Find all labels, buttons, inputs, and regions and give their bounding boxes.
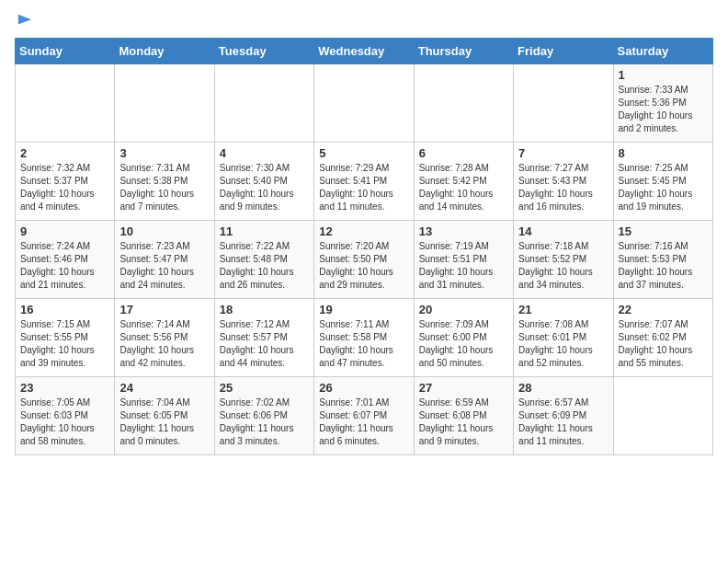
day-info: Sunrise: 7:27 AM Sunset: 5:43 PM Dayligh… (518, 162, 608, 213)
calendar-cell: 5Sunrise: 7:29 AM Sunset: 5:41 PM Daylig… (314, 142, 414, 220)
calendar-cell: 20Sunrise: 7:09 AM Sunset: 6:00 PM Dayli… (414, 298, 513, 376)
logo (15, 15, 33, 34)
day-header-friday: Friday (514, 38, 613, 63)
day-header-wednesday: Wednesday (314, 38, 414, 63)
day-info: Sunrise: 7:30 AM Sunset: 5:40 PM Dayligh… (220, 162, 309, 213)
calendar-cell: 3Sunrise: 7:31 AM Sunset: 5:38 PM Daylig… (115, 142, 214, 220)
day-number: 22 (619, 303, 708, 316)
calendar-cell: 15Sunrise: 7:16 AM Sunset: 5:53 PM Dayli… (613, 220, 712, 298)
day-info: Sunrise: 7:09 AM Sunset: 6:00 PM Dayligh… (419, 318, 508, 370)
day-info: Sunrise: 7:18 AM Sunset: 5:52 PM Dayligh… (518, 240, 608, 292)
week-row: 16Sunrise: 7:15 AM Sunset: 5:55 PM Dayli… (16, 298, 713, 376)
day-number: 26 (319, 381, 408, 395)
day-number: 12 (319, 224, 408, 238)
day-info: Sunrise: 7:12 AM Sunset: 5:57 PM Dayligh… (220, 318, 309, 370)
calendar-cell: 24Sunrise: 7:04 AM Sunset: 6:05 PM Dayli… (115, 376, 214, 454)
svg-marker-0 (18, 15, 31, 25)
calendar-cell: 14Sunrise: 7:18 AM Sunset: 5:52 PM Dayli… (514, 220, 613, 298)
calendar-cell: 13Sunrise: 7:19 AM Sunset: 5:51 PM Dayli… (414, 220, 513, 298)
calendar-cell (115, 63, 214, 142)
calendar-cell: 17Sunrise: 7:14 AM Sunset: 5:56 PM Dayli… (115, 298, 214, 376)
day-info: Sunrise: 7:31 AM Sunset: 5:38 PM Dayligh… (119, 162, 209, 213)
day-number: 16 (20, 303, 109, 316)
calendar-cell: 6Sunrise: 7:28 AM Sunset: 5:42 PM Daylig… (414, 142, 513, 220)
day-number: 2 (20, 146, 109, 160)
calendar-cell: 11Sunrise: 7:22 AM Sunset: 5:48 PM Dayli… (214, 220, 313, 298)
calendar-cell: 22Sunrise: 7:07 AM Sunset: 6:02 PM Dayli… (613, 298, 712, 376)
day-header-saturday: Saturday (613, 38, 712, 63)
day-number: 21 (518, 303, 608, 316)
day-number: 24 (119, 381, 209, 395)
day-number: 27 (419, 381, 508, 395)
calendar-cell: 1Sunrise: 7:33 AM Sunset: 5:36 PM Daylig… (613, 63, 712, 142)
week-row: 1Sunrise: 7:33 AM Sunset: 5:36 PM Daylig… (16, 63, 713, 142)
day-header-monday: Monday (115, 38, 214, 63)
day-number: 9 (20, 224, 109, 238)
calendar-cell (214, 63, 313, 142)
day-info: Sunrise: 7:05 AM Sunset: 6:03 PM Dayligh… (20, 396, 109, 448)
day-number: 15 (619, 224, 708, 238)
week-row: 2Sunrise: 7:32 AM Sunset: 5:37 PM Daylig… (16, 142, 713, 220)
day-number: 11 (220, 224, 309, 238)
calendar-cell: 10Sunrise: 7:23 AM Sunset: 5:47 PM Dayli… (115, 220, 214, 298)
day-info: Sunrise: 7:16 AM Sunset: 5:53 PM Dayligh… (619, 240, 708, 292)
day-info: Sunrise: 7:19 AM Sunset: 5:51 PM Dayligh… (419, 240, 508, 292)
day-info: Sunrise: 7:20 AM Sunset: 5:50 PM Dayligh… (319, 240, 408, 292)
calendar-cell: 2Sunrise: 7:32 AM Sunset: 5:37 PM Daylig… (16, 142, 115, 220)
logo-flag-icon (17, 13, 33, 29)
calendar-cell: 18Sunrise: 7:12 AM Sunset: 5:57 PM Dayli… (214, 298, 313, 376)
day-number: 25 (220, 381, 309, 395)
calendar-cell: 7Sunrise: 7:27 AM Sunset: 5:43 PM Daylig… (514, 142, 613, 220)
day-info: Sunrise: 7:32 AM Sunset: 5:37 PM Dayligh… (20, 162, 109, 213)
day-info: Sunrise: 7:33 AM Sunset: 5:36 PM Dayligh… (619, 84, 708, 135)
calendar-cell (613, 376, 712, 454)
day-number: 3 (119, 146, 209, 160)
calendar-cell (514, 63, 613, 142)
day-number: 20 (419, 303, 508, 316)
calendar-cell: 26Sunrise: 7:01 AM Sunset: 6:07 PM Dayli… (314, 376, 414, 454)
calendar-cell: 12Sunrise: 7:20 AM Sunset: 5:50 PM Dayli… (314, 220, 414, 298)
day-info: Sunrise: 6:59 AM Sunset: 6:08 PM Dayligh… (419, 396, 508, 448)
day-number: 8 (619, 146, 708, 160)
day-number: 10 (119, 224, 209, 238)
day-info: Sunrise: 7:24 AM Sunset: 5:46 PM Dayligh… (20, 240, 109, 292)
week-row: 23Sunrise: 7:05 AM Sunset: 6:03 PM Dayli… (16, 376, 713, 454)
day-info: Sunrise: 7:08 AM Sunset: 6:01 PM Dayligh… (518, 318, 608, 370)
day-info: Sunrise: 7:23 AM Sunset: 5:47 PM Dayligh… (119, 240, 209, 292)
day-number: 5 (319, 146, 408, 160)
week-row: 9Sunrise: 7:24 AM Sunset: 5:46 PM Daylig… (16, 220, 713, 298)
calendar-table: SundayMondayTuesdayWednesdayThursdayFrid… (15, 38, 713, 455)
day-number: 7 (518, 146, 608, 160)
day-number: 4 (220, 146, 309, 160)
day-header-sunday: Sunday (16, 38, 115, 63)
calendar-cell: 25Sunrise: 7:02 AM Sunset: 6:06 PM Dayli… (214, 376, 313, 454)
day-info: Sunrise: 7:14 AM Sunset: 5:56 PM Dayligh… (119, 318, 209, 370)
calendar-cell: 23Sunrise: 7:05 AM Sunset: 6:03 PM Dayli… (16, 376, 115, 454)
day-info: Sunrise: 7:25 AM Sunset: 5:45 PM Dayligh… (619, 162, 708, 213)
day-number: 18 (220, 303, 309, 316)
day-info: Sunrise: 7:28 AM Sunset: 5:42 PM Dayligh… (419, 162, 508, 213)
calendar-cell: 4Sunrise: 7:30 AM Sunset: 5:40 PM Daylig… (214, 142, 313, 220)
calendar-cell: 19Sunrise: 7:11 AM Sunset: 5:58 PM Dayli… (314, 298, 414, 376)
calendar-cell (414, 63, 513, 142)
day-info: Sunrise: 7:02 AM Sunset: 6:06 PM Dayligh… (220, 396, 309, 448)
day-number: 13 (419, 224, 508, 238)
day-number: 17 (119, 303, 209, 316)
calendar-cell (16, 63, 115, 142)
day-header-thursday: Thursday (414, 38, 513, 63)
day-number: 6 (419, 146, 508, 160)
calendar-cell: 21Sunrise: 7:08 AM Sunset: 6:01 PM Dayli… (514, 298, 613, 376)
day-info: Sunrise: 6:57 AM Sunset: 6:09 PM Dayligh… (518, 396, 608, 448)
calendar-cell: 9Sunrise: 7:24 AM Sunset: 5:46 PM Daylig… (16, 220, 115, 298)
day-number: 23 (20, 381, 109, 395)
day-number: 1 (619, 68, 708, 82)
day-info: Sunrise: 7:11 AM Sunset: 5:58 PM Dayligh… (319, 318, 408, 370)
day-info: Sunrise: 7:01 AM Sunset: 6:07 PM Dayligh… (319, 396, 408, 448)
calendar-cell: 8Sunrise: 7:25 AM Sunset: 5:45 PM Daylig… (613, 142, 712, 220)
day-number: 14 (518, 224, 608, 238)
day-info: Sunrise: 7:04 AM Sunset: 6:05 PM Dayligh… (119, 396, 209, 448)
header-row: SundayMondayTuesdayWednesdayThursdayFrid… (16, 38, 713, 63)
calendar-cell: 16Sunrise: 7:15 AM Sunset: 5:55 PM Dayli… (16, 298, 115, 376)
day-header-tuesday: Tuesday (214, 38, 313, 63)
day-number: 28 (518, 381, 608, 395)
